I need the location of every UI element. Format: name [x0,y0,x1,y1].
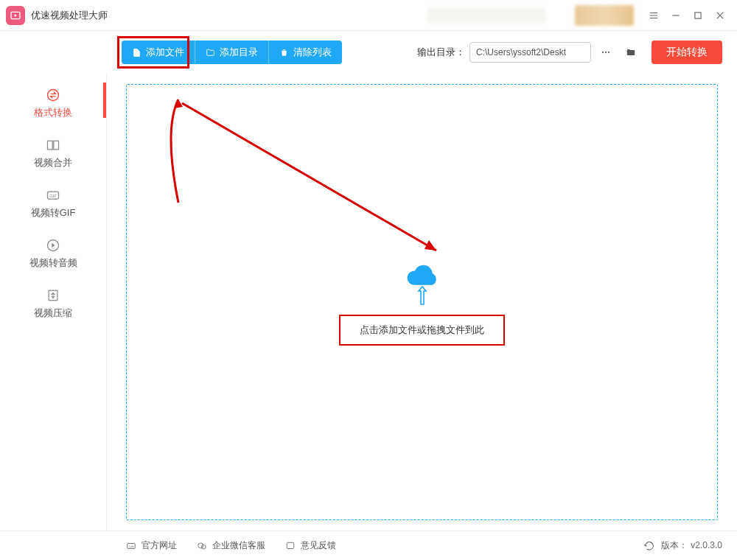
menu-icon[interactable] [643,4,665,27]
clear-list-button[interactable]: 清除列表 [268,41,342,64]
refresh-icon[interactable] [643,540,655,552]
footer-link-label: 意见反馈 [301,539,336,552]
website-icon: .com [125,541,137,551]
app-title: 优速视频处理大师 [31,9,108,22]
feedback-icon [284,541,296,551]
toolbar-button-group: 添加文件 添加目录 清除列表 [122,41,342,64]
version-value: v2.0.3.0 [691,540,722,550]
output-dir-field[interactable]: C:\Users\yssoft2\Deskt [469,42,591,63]
footer-link-feedback[interactable]: 意见反馈 [284,539,336,552]
sidebar-item-video-merge[interactable]: 视频合并 [0,128,106,178]
output-dir-label: 输出目录： [417,46,465,59]
sidebar-item-label: 视频压缩 [34,307,72,320]
compress-icon [45,287,61,304]
sidebar-item-format-convert[interactable]: 格式转换 [0,78,106,128]
sidebar-item-label: 格式转换 [34,106,72,119]
drop-zone-text: 点击添加文件或拖拽文件到此 [360,323,484,337]
start-convert-button[interactable]: 开始转换 [652,41,722,64]
footer-link-label: 企业微信客服 [212,539,265,552]
sidebar-active-marker [103,83,106,118]
more-icon[interactable] [595,42,616,63]
minimize-icon[interactable] [665,4,687,27]
svg-rect-1 [695,12,701,18]
svg-text:.com: .com [128,545,134,547]
sidebar-item-label: 视频转GIF [31,206,76,220]
sidebar: 格式转换 视频合并 GIF 视频转GIF 视频转音频 视频压缩 [0,74,107,531]
drop-text-box: 点击添加文件或拖拽文件到此 [339,315,505,346]
upload-cloud-icon [400,259,444,303]
folder-icon[interactable] [621,42,641,63]
version-prefix: 版本： [661,540,688,550]
svg-rect-6 [48,141,53,150]
blurred-region [427,7,545,24]
drop-zone[interactable]: 点击添加文件或拖拽文件到此 [126,84,718,520]
gif-icon: GIF [45,187,61,203]
convert-icon [45,87,61,103]
add-dir-button[interactable]: 添加目录 [195,41,268,64]
svg-point-5 [48,90,59,101]
svg-point-2 [602,52,604,53]
svg-rect-16 [287,542,293,548]
svg-point-14 [198,542,203,547]
footer-link-website[interactable]: .com 官方网址 [125,539,177,552]
audio-icon [45,237,61,253]
footer-link-wechat[interactable]: 企业微信客服 [196,539,265,552]
merge-icon [45,137,61,153]
add-file-label: 添加文件 [146,46,184,59]
maximize-icon[interactable] [687,4,709,27]
add-dir-label: 添加目录 [220,46,258,59]
sidebar-item-video-to-gif[interactable]: GIF 视频转GIF [0,178,106,228]
start-convert-label: 开始转换 [666,46,708,59]
svg-point-3 [605,52,607,53]
wechat-icon [196,541,208,551]
svg-point-4 [608,52,609,53]
svg-point-15 [201,545,206,549]
clear-list-label: 清除列表 [293,46,332,59]
svg-text:GIF: GIF [49,194,57,198]
main-panel: 点击添加文件或拖拽文件到此 [107,74,737,531]
close-icon[interactable] [709,4,731,27]
sidebar-item-video-compress[interactable]: 视频压缩 [0,279,106,329]
sidebar-item-label: 视频转音频 [29,256,77,270]
svg-rect-7 [54,141,59,150]
output-dir-value: C:\Users\yssoft2\Deskt [476,47,566,57]
sidebar-item-label: 视频合并 [34,156,72,169]
sidebar-item-video-to-audio[interactable]: 视频转音频 [0,228,106,279]
blurred-region [575,5,634,26]
footer-link-label: 官方网址 [142,539,177,552]
version-label: 版本：v2.0.3.0 [661,539,722,552]
app-logo [6,6,25,25]
add-file-button[interactable]: 添加文件 [122,41,195,64]
